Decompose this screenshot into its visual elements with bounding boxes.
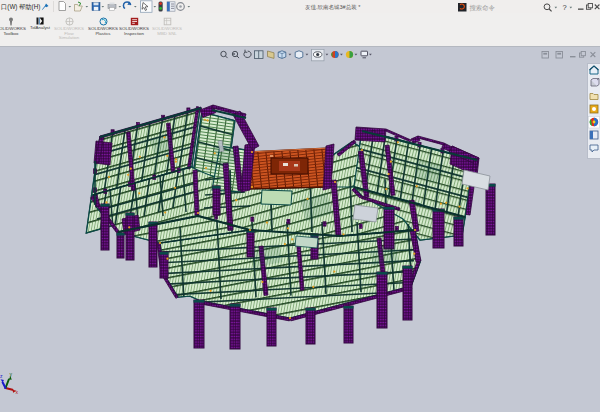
svg-text:y: y	[10, 371, 13, 377]
svg-text:x: x	[16, 389, 19, 395]
svg-text:?: ?	[563, 3, 567, 12]
svg-text:搜索命令: 搜索命令	[470, 4, 496, 12]
svg-text:z: z	[0, 373, 3, 379]
